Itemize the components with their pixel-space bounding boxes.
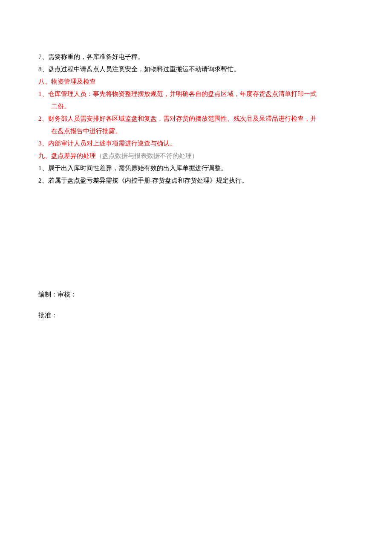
section-9-item-1: 1、属于出入库时间性差异，需凭原始有效的出入库单据进行调整。 <box>38 163 354 174</box>
section-8-item-1-line-2: 二份。 <box>38 101 354 112</box>
section-9-heading: 九、盘点差异的处理（盘点数据与报表数据不符的处理） <box>38 150 354 162</box>
section-8-item-1-line-1: 1、仓库管理人员：事先将物资整理摆放规范，并明确各自的盘点区域，年度存货盘点清单… <box>38 88 354 100</box>
section-8-item-2-line-2: 在盘点报告中进行批露。 <box>38 125 354 137</box>
section-8-heading: 八、物资管理及检查 <box>38 76 354 87</box>
section-9-item-2: 2、若属于盘点盈亏差异需按《内控手册-存货盘点和存货处理》规定执行。 <box>38 175 354 186</box>
signature-block: 编制：审核： 批准： <box>38 289 354 321</box>
list-item-7: 7、需要称重的，各库准备好电子秤。 <box>38 51 354 63</box>
section-9-heading-main: 九、盘点差异的处理 <box>38 152 96 159</box>
section-8-item-2-line-1: 2、财务部人员需安排好各区域监盘和复盘，需对存货的摆放范围性、残次品及呆滞品进行… <box>38 113 354 125</box>
signature-line-1: 编制：审核： <box>38 289 354 300</box>
list-item-8: 8、盘点过程中请盘点人员注意安全，如物料过重搬运不动请询求帮忙。 <box>38 64 354 75</box>
signature-line-2: 批准： <box>38 310 354 321</box>
section-9-heading-paren: （盘点数据与报表数据不符的处理） <box>96 152 198 159</box>
section-8-item-3: 3、内部审计人员对上述事项需进行巡查与确认。 <box>38 138 354 149</box>
